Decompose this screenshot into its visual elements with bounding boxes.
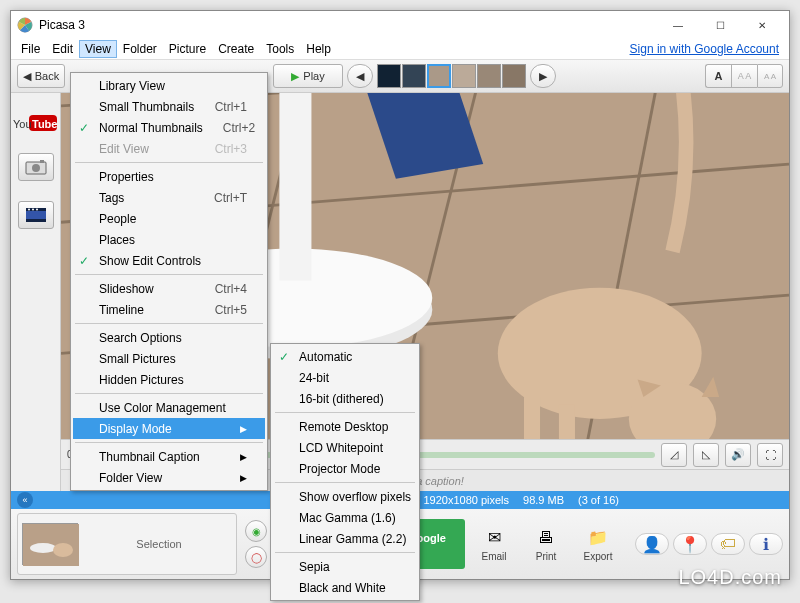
menu-item-label: Display Mode: [99, 422, 172, 436]
menu-item-label: Folder View: [99, 471, 162, 485]
menu-item-label: Show overflow pixels: [299, 490, 411, 504]
menu-help[interactable]: Help: [300, 40, 337, 58]
minimize-button[interactable]: —: [657, 14, 699, 36]
text-size-med[interactable]: A A: [731, 64, 757, 88]
menu-item[interactable]: Show overflow pixels: [273, 486, 417, 507]
people-badge[interactable]: 👤: [635, 533, 669, 555]
titlebar: Picasa 3 — ☐ ✕: [11, 11, 789, 39]
menu-item[interactable]: Small ThumbnailsCtrl+1: [73, 96, 265, 117]
volume-button[interactable]: 🔊: [725, 443, 751, 467]
frame-next-button[interactable]: ◺: [693, 443, 719, 467]
back-label: Back: [35, 70, 59, 82]
thumb[interactable]: [477, 64, 501, 88]
export-action[interactable]: 📁 Export: [577, 527, 619, 562]
menu-item[interactable]: ✓Automatic: [273, 346, 417, 367]
thumb-selected[interactable]: [427, 64, 451, 88]
next-button[interactable]: ▶: [530, 64, 556, 88]
youtube-icon[interactable]: YouTube: [13, 113, 58, 133]
menu-picture[interactable]: Picture: [163, 40, 212, 58]
menu-item: Edit ViewCtrl+3: [73, 138, 265, 159]
menu-item-label: Edit View: [99, 142, 149, 156]
email-action[interactable]: ✉ Email: [473, 527, 515, 562]
menu-view[interactable]: View: [79, 40, 117, 58]
text-size-group: A A A A A: [705, 64, 783, 88]
thumbnail-strip: [377, 64, 526, 88]
menu-item[interactable]: Sepia: [273, 556, 417, 577]
selection-thumb[interactable]: [22, 523, 78, 565]
text-size-small[interactable]: A A: [757, 64, 783, 88]
menu-item[interactable]: Projector Mode: [273, 458, 417, 479]
print-action[interactable]: 🖶 Print: [525, 527, 567, 562]
arrow-left-icon: ◀: [356, 70, 364, 83]
menu-item[interactable]: Folder View▶: [73, 467, 265, 488]
menu-item-label: 24-bit: [299, 371, 329, 385]
menu-item[interactable]: Small Pictures: [73, 348, 265, 369]
print-label: Print: [536, 551, 557, 562]
close-button[interactable]: ✕: [741, 14, 783, 36]
window-title: Picasa 3: [39, 18, 657, 32]
expand-icon: ⛶: [765, 449, 776, 461]
svg-point-34: [53, 543, 73, 557]
clear-button[interactable]: ◯: [245, 546, 267, 568]
frame-prev-button[interactable]: ◿: [661, 443, 687, 467]
menu-item[interactable]: Hidden Pictures: [73, 369, 265, 390]
signin-link[interactable]: Sign in with Google Account: [630, 42, 785, 56]
prev-button[interactable]: ◀: [347, 64, 373, 88]
menu-item-label: Projector Mode: [299, 462, 380, 476]
menu-item[interactable]: ✓Show Edit Controls: [73, 250, 265, 271]
menu-item[interactable]: Search Options: [73, 327, 265, 348]
maximize-button[interactable]: ☐: [699, 14, 741, 36]
arrow-right-icon: ▶: [539, 70, 547, 83]
menubar: File Edit View Folder Picture Create Too…: [11, 39, 789, 59]
svg-rect-27: [524, 397, 540, 439]
menu-item[interactable]: Library View: [73, 75, 265, 96]
camera-icon[interactable]: [18, 153, 54, 181]
menu-item-label: Timeline: [99, 303, 144, 317]
menu-item[interactable]: 24-bit: [273, 367, 417, 388]
view-menu: Library ViewSmall ThumbnailsCtrl+1✓Norma…: [70, 72, 268, 491]
movie-icon[interactable]: [18, 201, 54, 229]
menu-item[interactable]: Mac Gamma (1.6): [273, 507, 417, 528]
thumb[interactable]: [452, 64, 476, 88]
menu-item[interactable]: Linear Gamma (2.2): [273, 528, 417, 549]
tags-badge[interactable]: 🏷: [711, 533, 745, 555]
menu-item[interactable]: Properties: [73, 166, 265, 187]
menu-item[interactable]: Thumbnail Caption▶: [73, 446, 265, 467]
menu-tools[interactable]: Tools: [260, 40, 300, 58]
shortcut-label: Ctrl+2: [203, 121, 255, 135]
places-badge[interactable]: 📍: [673, 533, 707, 555]
thumb[interactable]: [502, 64, 526, 88]
collapse-button[interactable]: «: [17, 492, 33, 508]
status-filesize: 98.9 MB: [523, 494, 564, 506]
menu-item[interactable]: ✓Normal ThumbnailsCtrl+2: [73, 117, 265, 138]
menu-item[interactable]: Use Color Management: [73, 397, 265, 418]
menu-item[interactable]: Display Mode▶: [73, 418, 265, 439]
hold-button[interactable]: ◉: [245, 520, 267, 542]
sidebar: YouTube: [11, 93, 61, 491]
svg-point-12: [36, 209, 38, 211]
menu-create[interactable]: Create: [212, 40, 260, 58]
menu-item[interactable]: 16-bit (dithered): [273, 388, 417, 409]
export-label: Export: [584, 551, 613, 562]
menu-edit[interactable]: Edit: [46, 40, 79, 58]
menu-folder[interactable]: Folder: [117, 40, 163, 58]
menu-item[interactable]: Places: [73, 229, 265, 250]
back-button[interactable]: ◀ Back: [17, 64, 65, 88]
tag-icon: 🏷: [720, 535, 736, 553]
thumb[interactable]: [377, 64, 401, 88]
menu-item[interactable]: Remote Desktop: [273, 416, 417, 437]
text-size-large[interactable]: A: [705, 64, 731, 88]
svg-rect-6: [40, 160, 44, 163]
menu-item[interactable]: Black and White: [273, 577, 417, 598]
thumb[interactable]: [402, 64, 426, 88]
menu-item[interactable]: TimelineCtrl+5: [73, 299, 265, 320]
menu-item[interactable]: People: [73, 208, 265, 229]
svg-rect-28: [559, 404, 575, 439]
fullscreen-button[interactable]: ⛶: [757, 443, 783, 467]
menu-item[interactable]: TagsCtrl+T: [73, 187, 265, 208]
menu-item[interactable]: SlideshowCtrl+4: [73, 278, 265, 299]
play-button[interactable]: ▶ Play: [273, 64, 343, 88]
menu-item[interactable]: LCD Whitepoint: [273, 437, 417, 458]
info-badge[interactable]: ℹ: [749, 533, 783, 555]
menu-file[interactable]: File: [15, 40, 46, 58]
